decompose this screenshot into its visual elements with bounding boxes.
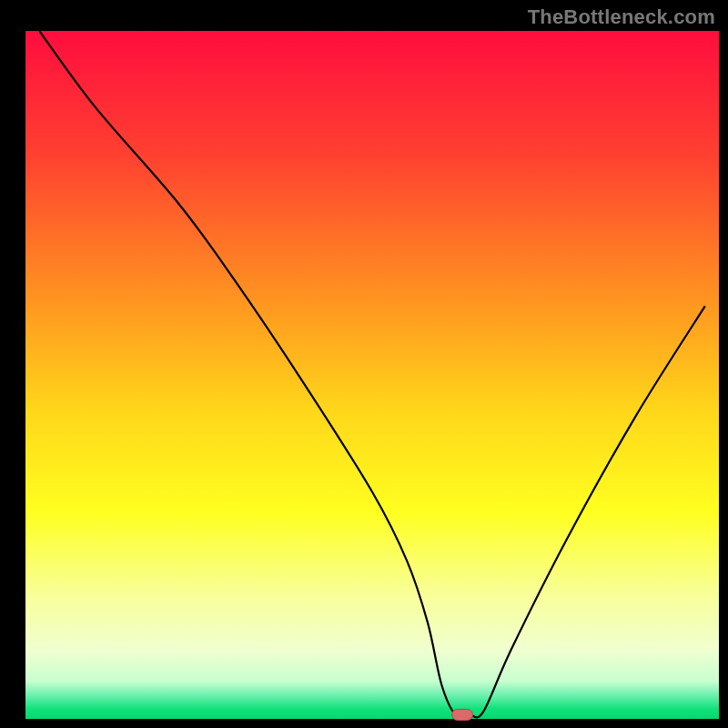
optimal-marker bbox=[452, 709, 473, 720]
chart-container: TheBottleneck.com bbox=[0, 0, 728, 728]
chart-background bbox=[25, 31, 719, 719]
bottleneck-chart bbox=[0, 0, 728, 728]
